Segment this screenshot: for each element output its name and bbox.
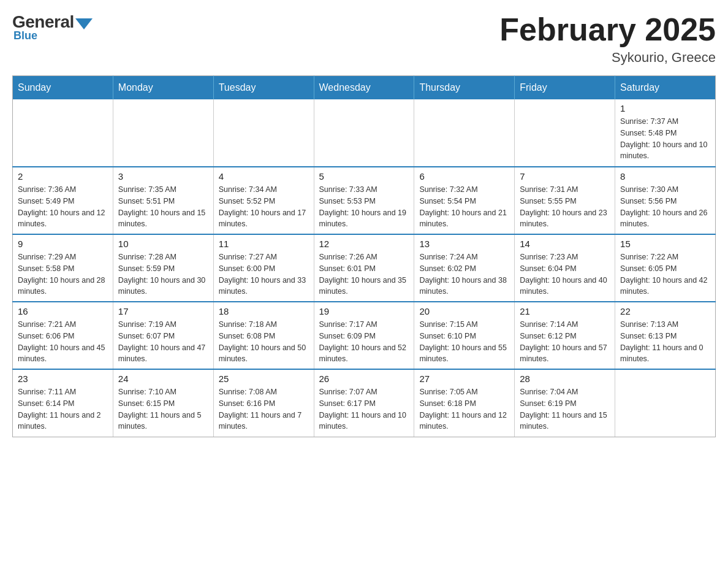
sunrise-text: Sunrise: 7:23 AM xyxy=(520,251,610,263)
day-info: Sunrise: 7:36 AMSunset: 5:49 PMDaylight:… xyxy=(18,184,108,230)
sunset-text: Sunset: 6:15 PM xyxy=(118,398,208,410)
day-number: 12 xyxy=(319,239,409,249)
col-monday: Monday xyxy=(113,76,213,100)
col-saturday: Saturday xyxy=(615,76,716,100)
sunset-text: Sunset: 6:19 PM xyxy=(520,398,610,410)
daylight-text: Daylight: 10 hours and 15 minutes. xyxy=(118,207,208,231)
sunrise-text: Sunrise: 7:22 AM xyxy=(620,251,710,263)
calendar-cell-w1-d1 xyxy=(13,99,113,167)
sunrise-text: Sunrise: 7:13 AM xyxy=(620,319,710,331)
daylight-text: Daylight: 10 hours and 47 minutes. xyxy=(118,342,208,366)
calendar-cell-w3-d5: 13Sunrise: 7:24 AMSunset: 6:02 PMDayligh… xyxy=(414,234,515,302)
day-number: 27 xyxy=(419,373,509,384)
day-number: 18 xyxy=(219,306,309,316)
day-info: Sunrise: 7:37 AMSunset: 5:48 PMDaylight:… xyxy=(620,116,710,162)
logo-arrow-icon xyxy=(75,18,93,29)
daylight-text: Daylight: 10 hours and 19 minutes. xyxy=(319,207,409,231)
day-info: Sunrise: 7:34 AMSunset: 5:52 PMDaylight:… xyxy=(219,184,309,230)
day-number: 16 xyxy=(18,306,108,316)
calendar-cell-w1-d2 xyxy=(113,99,213,167)
logo: General Blue xyxy=(12,12,93,42)
sunrise-text: Sunrise: 7:19 AM xyxy=(118,319,208,331)
sunset-text: Sunset: 5:48 PM xyxy=(620,128,710,139)
sunrise-text: Sunrise: 7:31 AM xyxy=(520,184,610,196)
sunrise-text: Sunrise: 7:32 AM xyxy=(419,184,509,196)
calendar-cell-w1-d4 xyxy=(314,99,414,167)
day-info: Sunrise: 7:08 AMSunset: 6:16 PMDaylight:… xyxy=(219,386,309,432)
daylight-text: Daylight: 10 hours and 10 minutes. xyxy=(620,139,710,163)
daylight-text: Daylight: 10 hours and 42 minutes. xyxy=(620,275,710,298)
calendar-location: Sykourio, Greece xyxy=(499,50,716,66)
sunrise-text: Sunrise: 7:29 AM xyxy=(18,251,108,263)
day-number: 8 xyxy=(620,171,710,182)
day-info: Sunrise: 7:21 AMSunset: 6:06 PMDaylight:… xyxy=(18,319,108,365)
calendar-cell-w5-d7 xyxy=(615,369,716,437)
daylight-text: Daylight: 10 hours and 12 minutes. xyxy=(18,207,108,231)
daylight-text: Daylight: 10 hours and 33 minutes. xyxy=(219,275,309,298)
week-row-1: 1Sunrise: 7:37 AMSunset: 5:48 PMDaylight… xyxy=(13,99,716,167)
daylight-text: Daylight: 11 hours and 0 minutes. xyxy=(620,342,710,366)
daylight-text: Daylight: 10 hours and 28 minutes. xyxy=(18,275,108,298)
calendar-cell-w2-d2: 3Sunrise: 7:35 AMSunset: 5:51 PMDaylight… xyxy=(113,167,213,234)
sunrise-text: Sunrise: 7:34 AM xyxy=(219,184,309,196)
daylight-text: Daylight: 11 hours and 12 minutes. xyxy=(419,410,509,433)
calendar-cell-w3-d4: 12Sunrise: 7:26 AMSunset: 6:01 PMDayligh… xyxy=(314,234,414,302)
day-info: Sunrise: 7:15 AMSunset: 6:10 PMDaylight:… xyxy=(419,319,509,365)
day-number: 15 xyxy=(620,239,710,249)
sunrise-text: Sunrise: 7:35 AM xyxy=(118,184,208,196)
day-number: 7 xyxy=(520,171,610,182)
day-info: Sunrise: 7:13 AMSunset: 6:13 PMDaylight:… xyxy=(620,319,710,365)
week-row-5: 23Sunrise: 7:11 AMSunset: 6:14 PMDayligh… xyxy=(13,369,716,437)
day-info: Sunrise: 7:33 AMSunset: 5:53 PMDaylight:… xyxy=(319,184,409,230)
sunset-text: Sunset: 5:53 PM xyxy=(319,196,409,207)
col-wednesday: Wednesday xyxy=(314,76,414,100)
sunset-text: Sunset: 6:00 PM xyxy=(219,263,309,275)
day-info: Sunrise: 7:23 AMSunset: 6:04 PMDaylight:… xyxy=(520,251,610,297)
calendar-cell-w4-d5: 20Sunrise: 7:15 AMSunset: 6:10 PMDayligh… xyxy=(414,302,515,369)
calendar-cell-w4-d6: 21Sunrise: 7:14 AMSunset: 6:12 PMDayligh… xyxy=(515,302,615,369)
sunrise-text: Sunrise: 7:33 AM xyxy=(319,184,409,196)
daylight-text: Daylight: 11 hours and 7 minutes. xyxy=(219,410,309,433)
col-tuesday: Tuesday xyxy=(213,76,314,100)
day-info: Sunrise: 7:27 AMSunset: 6:00 PMDaylight:… xyxy=(219,251,309,297)
day-number: 28 xyxy=(520,373,610,384)
calendar-cell-w5-d3: 25Sunrise: 7:08 AMSunset: 6:16 PMDayligh… xyxy=(213,369,314,437)
day-number: 6 xyxy=(419,171,509,182)
sunset-text: Sunset: 5:54 PM xyxy=(419,196,509,207)
calendar-cell-w2-d3: 4Sunrise: 7:34 AMSunset: 5:52 PMDaylight… xyxy=(213,167,314,234)
sunset-text: Sunset: 5:56 PM xyxy=(620,196,710,207)
sunset-text: Sunset: 6:01 PM xyxy=(319,263,409,275)
sunrise-text: Sunrise: 7:28 AM xyxy=(118,251,208,263)
calendar-cell-w3-d1: 9Sunrise: 7:29 AMSunset: 5:58 PMDaylight… xyxy=(13,234,113,302)
sunrise-text: Sunrise: 7:27 AM xyxy=(219,251,309,263)
calendar-cell-w5-d2: 24Sunrise: 7:10 AMSunset: 6:15 PMDayligh… xyxy=(113,369,213,437)
day-info: Sunrise: 7:28 AMSunset: 5:59 PMDaylight:… xyxy=(118,251,208,297)
calendar-cell-w4-d7: 22Sunrise: 7:13 AMSunset: 6:13 PMDayligh… xyxy=(615,302,716,369)
day-info: Sunrise: 7:31 AMSunset: 5:55 PMDaylight:… xyxy=(520,184,610,230)
sunset-text: Sunset: 6:17 PM xyxy=(319,398,409,410)
daylight-text: Daylight: 10 hours and 26 minutes. xyxy=(620,207,710,231)
sunset-text: Sunset: 6:16 PM xyxy=(219,398,309,410)
sunset-text: Sunset: 6:12 PM xyxy=(520,331,610,342)
daylight-text: Daylight: 11 hours and 5 minutes. xyxy=(118,410,208,433)
sunrise-text: Sunrise: 7:04 AM xyxy=(520,386,610,398)
day-info: Sunrise: 7:10 AMSunset: 6:15 PMDaylight:… xyxy=(118,386,208,432)
calendar-cell-w5-d4: 26Sunrise: 7:07 AMSunset: 6:17 PMDayligh… xyxy=(314,369,414,437)
sunset-text: Sunset: 5:55 PM xyxy=(520,196,610,207)
sunrise-text: Sunrise: 7:05 AM xyxy=(419,386,509,398)
calendar-cell-w2-d7: 8Sunrise: 7:30 AMSunset: 5:56 PMDaylight… xyxy=(615,167,716,234)
day-number: 26 xyxy=(319,373,409,384)
day-info: Sunrise: 7:19 AMSunset: 6:07 PMDaylight:… xyxy=(118,319,208,365)
day-info: Sunrise: 7:30 AMSunset: 5:56 PMDaylight:… xyxy=(620,184,710,230)
calendar-title: February 2025 xyxy=(499,12,716,47)
sunrise-text: Sunrise: 7:08 AM xyxy=(219,386,309,398)
sunset-text: Sunset: 5:52 PM xyxy=(219,196,309,207)
daylight-text: Daylight: 11 hours and 15 minutes. xyxy=(520,410,610,433)
calendar-cell-w3-d3: 11Sunrise: 7:27 AMSunset: 6:00 PMDayligh… xyxy=(213,234,314,302)
sunrise-text: Sunrise: 7:18 AM xyxy=(219,319,309,331)
sunset-text: Sunset: 6:18 PM xyxy=(419,398,509,410)
sunrise-text: Sunrise: 7:36 AM xyxy=(18,184,108,196)
day-number: 11 xyxy=(219,239,309,249)
sunset-text: Sunset: 6:07 PM xyxy=(118,331,208,342)
col-sunday: Sunday xyxy=(13,76,113,100)
